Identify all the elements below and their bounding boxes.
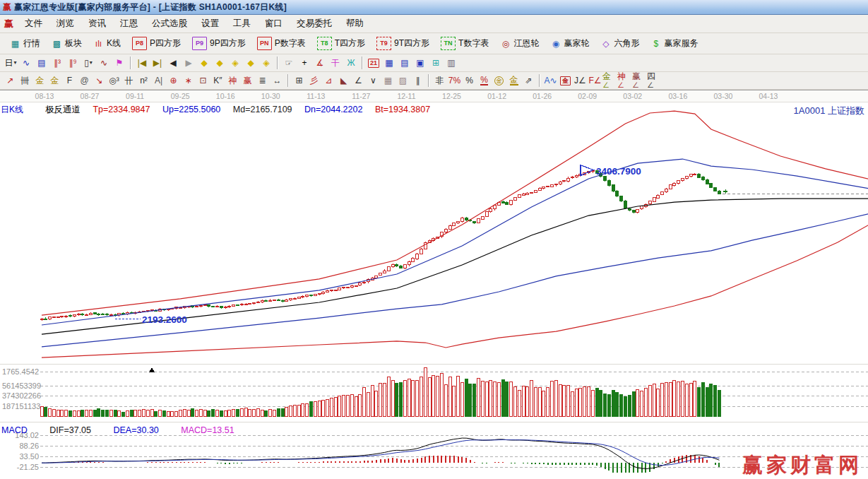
save-button[interactable]: ▣ (412, 56, 428, 70)
menu-item-browse[interactable]: 浏览 (49, 16, 81, 32)
gold-grid-2-button[interactable]: 金 (47, 73, 62, 88)
gann-grid-button[interactable]: ∿ (18, 56, 34, 70)
f-angle-button[interactable]: F∠ (588, 73, 602, 88)
menu-item-settings[interactable]: 设置 (194, 16, 226, 32)
p-number-table-button[interactable]: PNP数字表 (251, 35, 311, 52)
spiral-button[interactable]: @ (77, 73, 92, 88)
protractor-tool-button[interactable]: ∡ (312, 56, 328, 70)
fan-box-button[interactable]: ⊿ (321, 73, 336, 88)
chart-canvas[interactable]: 1765.4542561453399374302266187151133143.… (0, 102, 868, 479)
memo-button[interactable]: ▤ (397, 56, 412, 70)
angle-pen-button[interactable]: ∠ (351, 73, 366, 88)
grid-box-arrow-button[interactable]: ▨ (396, 73, 410, 88)
k-quote-button[interactable]: K″ (210, 73, 225, 88)
f-grid-button[interactable]: F (62, 73, 77, 88)
calculator-button[interactable]: ▦ (381, 56, 397, 70)
period-day-button[interactable]: 日▾ (3, 56, 18, 70)
tick-grid-icon: 卌 (21, 76, 30, 85)
column-list-button[interactable]: 非 (432, 73, 447, 88)
star-target-button[interactable]: ∗ (181, 73, 196, 88)
compass-target-button[interactable]: ⊕ (166, 73, 181, 88)
fan-box-2-button[interactable]: ◣ (336, 73, 351, 88)
grid-box-button[interactable]: ▦ (381, 73, 396, 88)
n-square-button[interactable]: n² (136, 73, 151, 88)
prev-page-button[interactable]: ◀ (165, 56, 181, 70)
shift-right-button[interactable]: ◆ (212, 56, 227, 70)
p-square-button[interactable]: P8P四方形 (126, 35, 186, 52)
gold-box-button[interactable]: 金 (558, 73, 573, 88)
hexagon-icon: ◇ (600, 38, 611, 49)
menu-item-file[interactable]: 文件 (18, 16, 49, 32)
9t-square-button[interactable]: T99T四方形 (371, 35, 435, 52)
9p-square-button[interactable]: P99P四方形 (186, 35, 251, 52)
grid-ticks-button[interactable]: 卌 (18, 73, 32, 88)
menu-item-gann[interactable]: 江恩 (113, 16, 145, 32)
hand-tool-button[interactable]: ☞ (281, 56, 297, 70)
menu-item-trade-order[interactable]: 交易委托 (290, 16, 339, 32)
gold-circle-button[interactable]: 金 (492, 73, 506, 88)
shen-angle-button[interactable]: 神∠ (617, 73, 632, 88)
ying-angle-button[interactable]: 赢∠ (632, 73, 647, 88)
net-save-button[interactable]: ⊞ (428, 56, 444, 70)
menu-item-info[interactable]: 资讯 (81, 16, 113, 32)
zoom-out-button[interactable]: ◈ (258, 56, 274, 70)
kline-9-button[interactable]: ∥⁹ (65, 56, 81, 70)
j-angle-button[interactable]: J∠ (573, 73, 588, 88)
t-marker-tool-button[interactable]: 干 (328, 56, 343, 70)
v-wave-button[interactable]: ∨ (366, 73, 381, 88)
compass-rose-tool-button[interactable]: Ж (343, 56, 359, 70)
winner-service-button[interactable]: $赢家服务 (645, 35, 703, 52)
menu-item-window[interactable]: 窗口 (258, 16, 290, 32)
si-angle-button[interactable]: 四∠ (647, 73, 662, 88)
last-page-button[interactable]: ▶| (150, 56, 165, 70)
t-square-button[interactable]: T8T四方形 (311, 35, 371, 52)
marker-pen-button[interactable]: ↘ (92, 73, 107, 88)
info-clipboard-button[interactable]: ▤ (34, 56, 49, 70)
diamond-right-icon: ◆ (216, 59, 222, 67)
workstation-button[interactable]: ▥ (444, 56, 459, 70)
percent-line-button[interactable]: % (477, 73, 492, 88)
date-label: 10-30 (256, 92, 285, 100)
box-frame-button[interactable]: ⊞ (292, 73, 307, 88)
kline-button[interactable]: ılıK线 (88, 35, 126, 52)
width-measure-button[interactable]: ↔ (270, 73, 285, 88)
zoom-in-button[interactable]: ◆ (243, 56, 258, 70)
crosshair-tool-button[interactable]: + (297, 56, 312, 70)
shift-left-button[interactable]: ◆ (196, 56, 212, 70)
gann-wheel-button[interactable]: ◎江恩轮 (494, 35, 545, 52)
p-square-button-label: P四方形 (150, 37, 181, 49)
shen-tool-button[interactable]: 神 (225, 73, 240, 88)
percent-button[interactable]: % (462, 73, 477, 88)
gold-grid-button[interactable]: 金 (32, 73, 47, 88)
tick-lines-button[interactable]: 卄 (121, 73, 136, 88)
kline-3-button[interactable]: ∥³ (49, 56, 65, 70)
gold-line-button[interactable]: 金 (506, 73, 521, 88)
red-fan-button[interactable]: 彡 (307, 73, 321, 88)
mirror-angle-button[interactable]: A| (151, 73, 166, 88)
menu-item-tools[interactable]: 工具 (226, 16, 258, 32)
box-target-button[interactable]: ⊡ (196, 73, 210, 88)
calendar-button[interactable]: 21 (366, 56, 381, 70)
gann-circle-button[interactable]: ◎³ (107, 73, 121, 88)
gold-angle-button[interactable]: 金∠ (602, 73, 617, 88)
sectors-button[interactable]: ▩板块 (46, 35, 88, 52)
ying-tool-button[interactable]: 赢 (240, 73, 255, 88)
menu-item-formula-stock-pick[interactable]: 公式选股 (145, 16, 194, 32)
parallel-lines-button[interactable]: ∥ (410, 73, 425, 88)
zoom-swap-button[interactable]: ◈ (227, 56, 243, 70)
color-flag-button[interactable]: ⚑ (112, 56, 127, 70)
next-page-button[interactable]: ▶ (181, 56, 196, 70)
wave-tool-button[interactable]: A∿ (543, 73, 558, 88)
hexagon-button[interactable]: ◇六角形 (595, 35, 645, 52)
pen-measure-button[interactable]: ⇗ (521, 73, 536, 88)
ruler-123-button[interactable]: ≣ (255, 73, 270, 88)
candle-style-button[interactable]: ▯▾ (81, 56, 96, 70)
percent-7-button[interactable]: 7% (447, 73, 462, 88)
draw-brush-button[interactable]: ↗ (3, 73, 18, 88)
winner-wheel-button[interactable]: ◉赢家轮 (545, 35, 595, 52)
quotes-button[interactable]: ▦行情 (4, 35, 46, 52)
first-page-button[interactable]: |◀ (134, 56, 150, 70)
gann-grid-red-button[interactable]: ∿ (96, 56, 112, 70)
t-number-table-button[interactable]: TNT数字表 (435, 35, 494, 52)
menu-item-help[interactable]: 帮助 (339, 16, 371, 32)
